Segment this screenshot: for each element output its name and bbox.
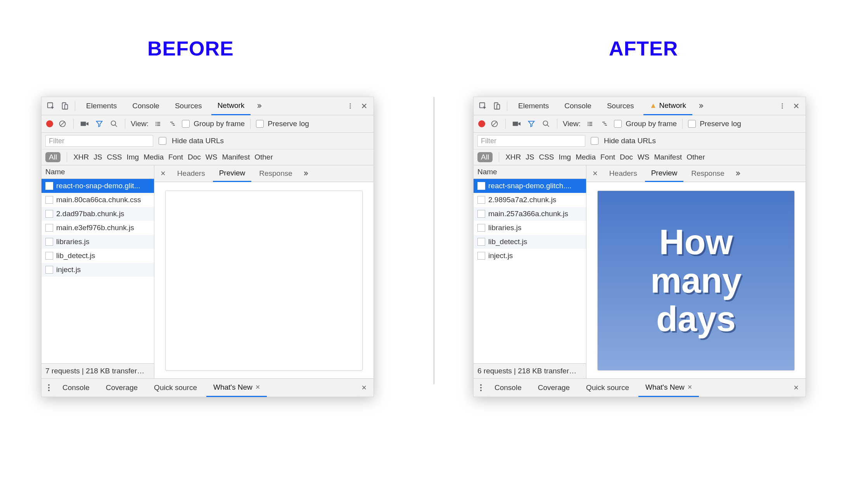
- device-icon[interactable]: [59, 101, 70, 111]
- detail-tab-headers[interactable]: Headers: [171, 166, 211, 181]
- drawer-menu-icon[interactable]: [477, 384, 485, 391]
- drawer-close-icon[interactable]: ×: [358, 383, 370, 393]
- type-other[interactable]: Other: [686, 153, 705, 161]
- search-icon[interactable]: [109, 118, 119, 129]
- drawer-close-icon[interactable]: ×: [790, 383, 802, 393]
- preserve-log-checkbox[interactable]: [256, 120, 264, 128]
- list-header-name[interactable]: Name: [474, 165, 586, 179]
- filter-icon[interactable]: [94, 118, 105, 129]
- type-css[interactable]: CSS: [539, 153, 554, 161]
- clear-icon[interactable]: [57, 118, 68, 129]
- detail-tab-preview[interactable]: Preview: [213, 165, 252, 182]
- close-detail-icon[interactable]: ×: [589, 168, 602, 179]
- device-icon[interactable]: [491, 101, 502, 111]
- type-ws[interactable]: WS: [638, 153, 650, 161]
- request-row[interactable]: 2.9895a7a2.chunk.js: [474, 193, 586, 207]
- type-manifest[interactable]: Manifest: [222, 153, 250, 161]
- tab-elements[interactable]: Elements: [512, 97, 555, 114]
- type-img[interactable]: Img: [127, 153, 139, 161]
- tab-network[interactable]: Network: [211, 97, 251, 115]
- filter-icon[interactable]: [526, 118, 537, 129]
- filter-input[interactable]: Filter: [477, 135, 585, 147]
- close-icon[interactable]: [359, 101, 370, 111]
- type-font[interactable]: Font: [168, 153, 183, 161]
- type-css[interactable]: CSS: [107, 153, 122, 161]
- type-all[interactable]: All: [45, 152, 61, 162]
- close-icon[interactable]: ×: [256, 383, 260, 392]
- drawer-tab-coverage[interactable]: Coverage: [99, 383, 145, 392]
- view-list-icon[interactable]: [152, 118, 163, 129]
- detail-tab-response[interactable]: Response: [253, 166, 299, 181]
- kebab-icon[interactable]: [345, 101, 356, 111]
- tab-console[interactable]: Console: [126, 97, 166, 114]
- tab-network[interactable]: ▲Network: [643, 97, 693, 115]
- detail-tab-headers[interactable]: Headers: [603, 166, 643, 181]
- type-xhr[interactable]: XHR: [505, 153, 521, 161]
- detail-tab-preview[interactable]: Preview: [645, 165, 684, 182]
- kebab-icon[interactable]: [777, 101, 788, 111]
- drawer-tab-console[interactable]: Console: [488, 383, 529, 392]
- record-icon[interactable]: [478, 120, 485, 127]
- request-row[interactable]: react-no-snap-demo.glit...: [41, 179, 154, 193]
- request-row[interactable]: libraries.js: [41, 235, 154, 249]
- type-all[interactable]: All: [477, 152, 493, 162]
- preserve-log-checkbox[interactable]: [688, 120, 696, 128]
- request-row[interactable]: inject.js: [41, 263, 154, 277]
- request-row[interactable]: lib_detect.js: [41, 249, 154, 263]
- view-list-icon[interactable]: [584, 118, 595, 129]
- drawer-tab-whats-new[interactable]: What's New×: [638, 379, 699, 397]
- drawer-tab-quick-source[interactable]: Quick source: [579, 383, 636, 392]
- camera-icon[interactable]: [79, 118, 90, 129]
- drawer-menu-icon[interactable]: [45, 384, 53, 391]
- request-row[interactable]: main.80ca66ca.chunk.css: [41, 193, 154, 207]
- hide-data-urls-checkbox[interactable]: [591, 137, 598, 145]
- detail-tab-response[interactable]: Response: [685, 166, 731, 181]
- type-doc[interactable]: Doc: [188, 153, 201, 161]
- type-manifest[interactable]: Manifest: [654, 153, 682, 161]
- type-js[interactable]: JS: [93, 153, 102, 161]
- drawer-tab-coverage[interactable]: Coverage: [531, 383, 577, 392]
- view-waterfall-icon[interactable]: [599, 118, 610, 129]
- type-other[interactable]: Other: [254, 153, 273, 161]
- request-row[interactable]: main.e3ef976b.chunk.js: [41, 221, 154, 235]
- tab-sources[interactable]: Sources: [601, 97, 640, 114]
- request-row[interactable]: libraries.js: [474, 221, 586, 235]
- type-media[interactable]: Media: [576, 153, 596, 161]
- view-waterfall-icon[interactable]: [167, 118, 178, 129]
- close-icon[interactable]: [791, 101, 802, 111]
- inspect-icon[interactable]: [45, 101, 56, 111]
- list-header-name[interactable]: Name: [41, 165, 154, 179]
- inspect-icon[interactable]: [477, 101, 488, 111]
- close-icon[interactable]: ×: [688, 383, 692, 392]
- hide-data-urls-checkbox[interactable]: [159, 137, 166, 145]
- more-detail-tabs-icon[interactable]: [300, 168, 311, 179]
- tab-elements[interactable]: Elements: [80, 97, 123, 114]
- record-icon[interactable]: [46, 120, 53, 127]
- tab-sources[interactable]: Sources: [169, 97, 208, 114]
- type-ws[interactable]: WS: [206, 153, 218, 161]
- filter-input[interactable]: Filter: [45, 135, 153, 147]
- close-detail-icon[interactable]: ×: [157, 168, 169, 179]
- drawer-tab-quick-source[interactable]: Quick source: [147, 383, 204, 392]
- more-tabs-icon[interactable]: [254, 101, 265, 111]
- request-row[interactable]: react-snap-demo.glitch....: [474, 179, 586, 193]
- more-tabs-icon[interactable]: [695, 101, 706, 111]
- search-icon[interactable]: [541, 118, 552, 129]
- type-js[interactable]: JS: [526, 153, 534, 161]
- type-xhr[interactable]: XHR: [73, 153, 89, 161]
- request-row[interactable]: 2.dad97bab.chunk.js: [41, 207, 154, 221]
- drawer-tab-whats-new[interactable]: What's New×: [206, 379, 267, 397]
- clear-icon[interactable]: [489, 118, 500, 129]
- request-row[interactable]: inject.js: [474, 249, 586, 263]
- type-font[interactable]: Font: [600, 153, 615, 161]
- more-detail-tabs-icon[interactable]: [732, 168, 743, 179]
- tab-console[interactable]: Console: [558, 97, 598, 114]
- type-doc[interactable]: Doc: [620, 153, 633, 161]
- camera-icon[interactable]: [511, 118, 522, 129]
- drawer-tab-console[interactable]: Console: [55, 383, 97, 392]
- group-by-frame-checkbox[interactable]: [614, 120, 622, 128]
- type-media[interactable]: Media: [144, 153, 164, 161]
- type-img[interactable]: Img: [559, 153, 571, 161]
- request-row[interactable]: main.257a366a.chunk.js: [474, 207, 586, 221]
- group-by-frame-checkbox[interactable]: [182, 120, 190, 128]
